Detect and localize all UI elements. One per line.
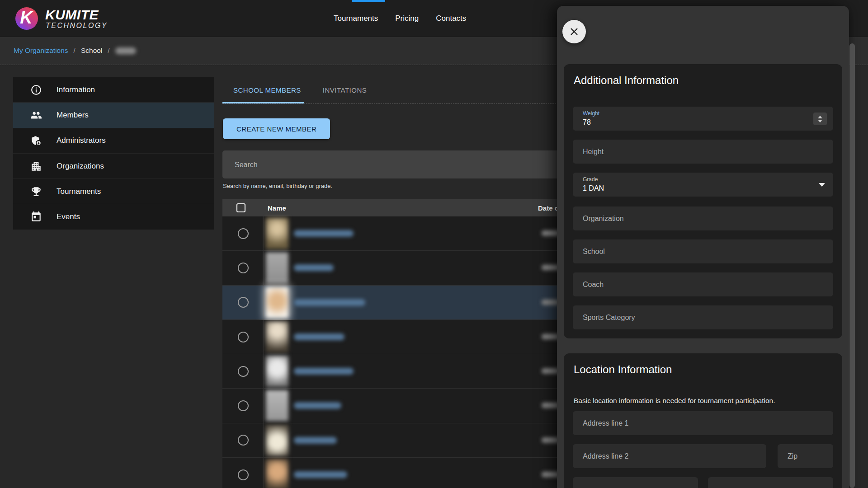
sidebar-menu: InformationMembersAdministratorsOrganiza… (13, 77, 214, 230)
field-hidden[interactable] (708, 477, 833, 488)
breadcrumb-item-school: School (81, 47, 102, 55)
sidebar-item-label: Administrators (57, 136, 106, 145)
logo-k-icon: K (20, 8, 32, 28)
member-name-redacted[interactable] (294, 471, 347, 478)
sidebar-item-label: Information (57, 85, 95, 94)
member-avatar (266, 252, 288, 283)
field-coach[interactable]: Coach (573, 272, 833, 296)
member-name-redacted[interactable] (294, 333, 344, 340)
member-name-redacted[interactable] (294, 368, 354, 375)
events-icon (30, 211, 42, 223)
field-sports-category[interactable]: Sports Category (573, 305, 833, 329)
row-radio-button[interactable] (238, 297, 249, 308)
member-avatar (266, 287, 288, 318)
row-radio-cell (222, 354, 264, 388)
member-avatar (266, 356, 288, 387)
app-root: K KUMITE TECHNOLOGY TournamentsPricingCo… (0, 0, 868, 488)
breadcrumb-item-my-organizations[interactable]: My Organizations (14, 47, 68, 55)
member-name-redacted[interactable] (294, 230, 354, 237)
location-information-card: Location Information Basic location info… (564, 353, 842, 488)
field-address-line-2[interactable]: Address line 2 (573, 444, 766, 468)
breadcrumb: My Organizations/School/ (14, 37, 136, 64)
page-scrollbar[interactable] (849, 43, 855, 488)
row-radio-button[interactable] (238, 366, 249, 377)
brand-name: KUMITE (45, 7, 99, 23)
select-all-checkbox[interactable] (236, 203, 246, 213)
field-placeholder: Address line 1 (583, 411, 628, 435)
row-radio-button[interactable] (238, 400, 249, 411)
field-placeholder: Address line 2 (583, 444, 628, 468)
field-organization[interactable]: Organization (573, 206, 833, 230)
member-avatar (266, 321, 288, 352)
drawer-close-button[interactable] (562, 20, 586, 43)
dropdown-caret-icon[interactable] (819, 183, 825, 187)
brand-logo[interactable]: K (15, 7, 38, 30)
nav-link-contacts[interactable]: Contacts (436, 14, 466, 23)
sidebar-item-members[interactable]: Members (13, 103, 214, 128)
sidebar-item-information[interactable]: Information (13, 77, 214, 103)
row-radio-cell (222, 216, 264, 250)
row-radio-button[interactable] (238, 435, 249, 446)
row-radio-button[interactable] (238, 469, 249, 480)
field-zip[interactable]: Zip (778, 444, 833, 468)
member-details-drawer: Additional Information Weight78HeightGra… (557, 6, 849, 488)
search-hint: Search by name, email, birthday or grade… (223, 183, 332, 189)
field-placeholder: Coach (583, 272, 604, 296)
row-radio-cell (222, 389, 264, 422)
row-radio-cell (222, 286, 264, 319)
field-label: Grade (583, 176, 598, 183)
brand-subtitle: TECHNOLOGY (46, 22, 108, 30)
sidebar-item-label: Members (57, 111, 89, 120)
row-radio-cell (222, 423, 264, 457)
field-placeholder: Organization (583, 206, 624, 230)
column-header-name: Name (268, 204, 286, 212)
location-information-subtitle: Basic location information is needed for… (574, 397, 775, 405)
organizations-icon (30, 160, 42, 172)
location-information-title: Location Information (574, 363, 672, 376)
nav-links: TournamentsPricingContacts (334, 0, 466, 37)
member-avatar (266, 425, 288, 456)
field-hidden[interactable] (573, 477, 698, 488)
field-school[interactable]: School (573, 239, 833, 263)
row-radio-cell (222, 320, 264, 354)
sidebar-item-label: Tournaments (57, 187, 101, 196)
additional-information-card: Additional Information Weight78HeightGra… (564, 64, 842, 338)
field-placeholder: Height (583, 140, 604, 164)
field-grade[interactable]: Grade1 DAN (573, 173, 833, 197)
nav-link-pricing[interactable]: Pricing (395, 14, 419, 23)
tab-invitations[interactable]: INVITATIONS (312, 77, 377, 103)
row-radio-button[interactable] (238, 228, 249, 239)
members-icon (30, 109, 42, 121)
close-icon (569, 27, 579, 37)
row-radio-button[interactable] (238, 332, 249, 343)
member-name-redacted[interactable] (294, 299, 365, 306)
breadcrumb-redacted-item (115, 47, 136, 54)
sidebar-item-events[interactable]: Events (13, 204, 214, 229)
tab-school-members[interactable]: SCHOOL MEMBERS (222, 77, 312, 103)
tournaments-icon (30, 186, 42, 197)
field-placeholder: Zip (788, 444, 797, 468)
sidebar-item-label: Organizations (57, 162, 104, 171)
member-avatar (266, 218, 288, 249)
number-spinner-icon[interactable] (813, 113, 827, 125)
additional-information-title: Additional Information (574, 74, 679, 87)
breadcrumb-separator: / (108, 47, 109, 55)
row-radio-cell (222, 458, 264, 488)
nav-active-indicator (352, 0, 385, 2)
field-weight[interactable]: Weight78 (573, 107, 833, 131)
row-radio-cell (222, 251, 264, 285)
active-tab-underline (222, 102, 304, 103)
sidebar-item-administrators[interactable]: Administrators (13, 128, 214, 154)
field-height[interactable]: Height (573, 140, 833, 164)
member-name-redacted[interactable] (294, 402, 341, 409)
info-icon (30, 84, 42, 96)
member-name-redacted[interactable] (294, 437, 337, 444)
create-new-member-button[interactable]: CREATE NEW MEMBER (223, 118, 330, 139)
field-address-line-1[interactable]: Address line 1 (573, 411, 833, 435)
nav-link-tournaments[interactable]: Tournaments (334, 14, 378, 23)
sidebar-item-organizations[interactable]: Organizations (13, 154, 214, 179)
row-radio-button[interactable] (238, 263, 249, 273)
sidebar-item-tournaments[interactable]: Tournaments (13, 179, 214, 204)
member-name-redacted[interactable] (294, 264, 334, 271)
field-placeholder: School (583, 239, 605, 263)
